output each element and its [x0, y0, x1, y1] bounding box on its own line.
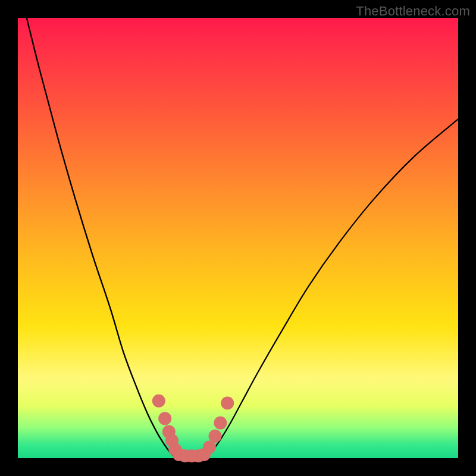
left-curve-path: [27, 18, 178, 458]
marker-right-upper: [221, 397, 234, 410]
right-curve-path: [205, 119, 459, 458]
marker-right-mid: [214, 416, 227, 430]
marker-left-mid: [158, 412, 171, 425]
curve-layer: [18, 18, 458, 458]
plot-area: [18, 18, 458, 458]
marker-left-upper: [152, 394, 165, 408]
marker-group: [152, 394, 234, 463]
chart-frame: TheBottleneck.com: [0, 0, 476, 476]
marker-right-lower-b: [209, 430, 222, 443]
watermark-text: TheBottleneck.com: [356, 4, 470, 19]
